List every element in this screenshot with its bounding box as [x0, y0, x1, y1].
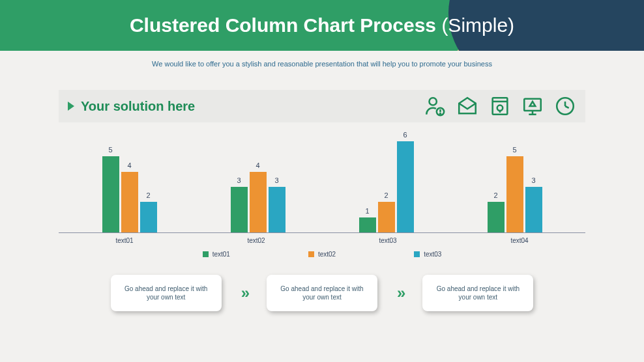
- chevron-right-icon: »: [397, 284, 403, 302]
- clustered-column-chart: 542343126253: [59, 135, 585, 233]
- bar-value-label: 5: [506, 146, 523, 154]
- legend-item: text02: [308, 251, 336, 258]
- legend-label: text02: [318, 251, 336, 258]
- chart-bar: 4: [250, 172, 267, 232]
- header-band: Clustered Column Chart Process (Simple): [0, 0, 644, 51]
- bar-value-label: 4: [121, 161, 138, 169]
- chart-group: 542: [65, 156, 194, 232]
- chart-bar: 1: [359, 217, 376, 232]
- triangle-bullet-icon: [68, 102, 74, 111]
- process-row: Go ahead and replace it with your own te…: [0, 275, 644, 311]
- x-axis-label: text01: [59, 237, 190, 244]
- legend-label: text01: [212, 251, 230, 258]
- page-title: Clustered Column Chart Process (Simple): [0, 0, 644, 51]
- chart-bar: 3: [269, 187, 285, 232]
- title-light: (Simple): [436, 14, 514, 36]
- chart-x-labels: text01text02text03text04: [59, 237, 585, 244]
- process-box: Go ahead and replace it with your own te…: [267, 275, 377, 311]
- book-idea-icon: [489, 95, 511, 117]
- presentation-board-icon: [521, 95, 544, 117]
- chart-container: 542343126253 text01text02text03text04 te…: [59, 135, 585, 258]
- icon-row: [424, 95, 576, 117]
- clock-icon: [554, 95, 576, 117]
- chart-bar: 2: [140, 202, 157, 232]
- bar-value-label: 2: [140, 191, 157, 199]
- bar-value-label: 4: [250, 161, 267, 169]
- legend-swatch: [203, 251, 209, 257]
- chart-group: 343: [194, 172, 322, 232]
- chart-group: 126: [322, 141, 450, 232]
- process-box: Go ahead and replace it with your own te…: [422, 275, 533, 311]
- user-alert-icon: [424, 95, 446, 117]
- chart-bar: 2: [488, 202, 505, 232]
- legend-label: text03: [424, 251, 441, 258]
- svg-point-3: [440, 113, 441, 114]
- chart-group: 253: [450, 156, 579, 232]
- envelope-open-icon: [456, 95, 478, 117]
- legend-item: text03: [414, 251, 441, 258]
- subtitle-text: We would like to offer you a stylish and…: [0, 60, 644, 68]
- bar-value-label: 3: [269, 176, 285, 184]
- bar-value-label: 2: [378, 191, 395, 199]
- svg-line-13: [565, 106, 569, 108]
- chart-bar: 5: [102, 156, 119, 232]
- bar-value-label: 1: [359, 207, 376, 215]
- process-box: Go ahead and replace it with your own te…: [111, 275, 222, 311]
- title-bold: Clustered Column Chart Process: [130, 14, 436, 36]
- chart-legend: text01text02text03: [59, 251, 585, 258]
- x-axis-label: text02: [190, 237, 322, 244]
- chart-bar: 2: [378, 202, 395, 232]
- chart-bar: 3: [525, 187, 542, 232]
- x-axis-label: text04: [454, 237, 585, 244]
- bar-value-label: 5: [102, 146, 119, 154]
- chart-bar: 3: [231, 187, 248, 232]
- legend-swatch: [308, 251, 314, 257]
- chart-bar: 6: [397, 141, 414, 232]
- legend-item: text01: [203, 251, 230, 258]
- chart-bar: 5: [506, 156, 523, 232]
- chart-bar: 4: [121, 172, 138, 232]
- bar-value-label: 2: [488, 191, 505, 199]
- bar-value-label: 6: [397, 131, 414, 139]
- bar-value-label: 3: [231, 176, 248, 184]
- bar-value-label: 3: [525, 176, 542, 184]
- x-axis-label: text03: [322, 237, 454, 244]
- legend-swatch: [414, 251, 420, 257]
- svg-point-0: [430, 98, 437, 105]
- solution-bar: Your solution here: [59, 90, 585, 122]
- chevron-right-icon: »: [241, 284, 247, 302]
- solution-label: Your solution here: [81, 99, 424, 114]
- svg-point-6: [497, 105, 503, 111]
